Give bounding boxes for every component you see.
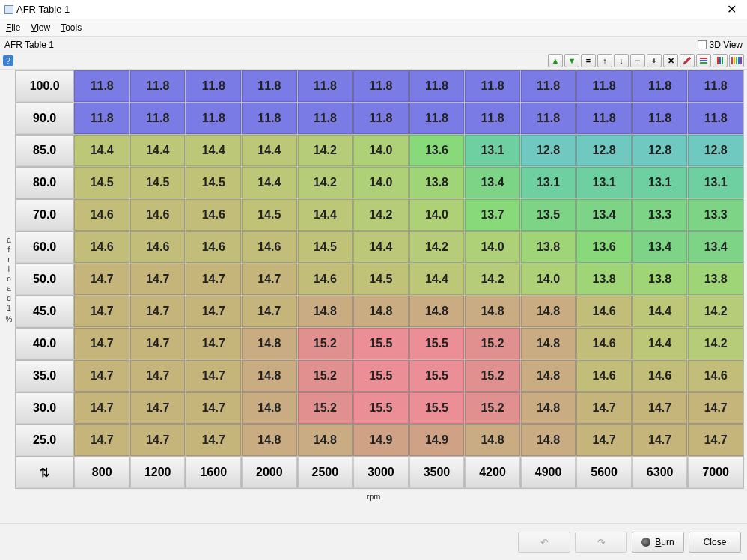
afr-cell[interactable]: 14.7	[688, 392, 743, 424]
afr-cell[interactable]: 14.8	[521, 328, 576, 359]
row-header[interactable]: 100.0	[16, 70, 74, 102]
afr-cell[interactable]: 14.5	[353, 264, 409, 295]
afr-cell[interactable]: 15.2	[465, 392, 520, 424]
afr-cell[interactable]: 14.7	[242, 264, 297, 295]
afr-cell[interactable]: 12.8	[688, 135, 743, 166]
afr-cell[interactable]: 13.4	[688, 231, 743, 263]
afr-cell[interactable]: 13.6	[409, 135, 465, 166]
col-header[interactable]: 5600	[576, 457, 632, 488]
arrow-down-button[interactable]: ↓	[614, 54, 629, 67]
afr-cell[interactable]: 14.7	[186, 392, 241, 424]
afr-cell[interactable]: 15.2	[298, 360, 353, 392]
afr-cell[interactable]: 13.1	[465, 135, 520, 166]
row-header[interactable]: 85.0	[16, 135, 74, 166]
afr-cell[interactable]: 14.2	[409, 231, 465, 263]
afr-cell[interactable]: 14.8	[298, 296, 353, 327]
afr-cell[interactable]: 14.4	[632, 296, 688, 327]
col-header[interactable]: 3500	[409, 457, 465, 488]
row-header[interactable]: 80.0	[16, 167, 74, 198]
afr-cell[interactable]: 14.6	[632, 360, 688, 392]
afr-cell[interactable]: 13.3	[688, 199, 743, 231]
colorbar-button[interactable]	[729, 54, 744, 67]
afr-cell[interactable]: 14.2	[353, 199, 409, 231]
afr-cell[interactable]: 13.8	[632, 264, 688, 295]
afr-cell[interactable]: 14.7	[186, 360, 241, 392]
afr-cell[interactable]: 11.8	[465, 103, 520, 134]
afr-cell[interactable]: 14.8	[409, 296, 465, 327]
afr-cell[interactable]: 14.8	[242, 424, 297, 456]
afr-cell[interactable]: 14.5	[74, 167, 129, 198]
afr-cell[interactable]: 15.2	[298, 328, 353, 359]
afr-cell[interactable]: 14.7	[130, 328, 186, 359]
afr-cell[interactable]: 13.8	[576, 264, 632, 295]
afr-cell[interactable]: 15.5	[353, 360, 409, 392]
afr-cell[interactable]: 13.4	[465, 167, 520, 198]
arrow-down-green-button[interactable]: ▼	[564, 54, 579, 67]
afr-cell[interactable]: 14.4	[74, 135, 129, 166]
afr-cell[interactable]: 14.2	[688, 296, 743, 327]
afr-cell[interactable]: 14.7	[242, 296, 297, 327]
afr-cell[interactable]: 13.1	[576, 167, 632, 198]
afr-cell[interactable]: 14.7	[130, 392, 186, 424]
afr-cell[interactable]: 14.5	[242, 199, 297, 231]
row-header[interactable]: 60.0	[16, 231, 74, 263]
afr-cell[interactable]: 14.8	[353, 296, 409, 327]
afr-cell[interactable]: 14.6	[576, 328, 632, 359]
afr-cell[interactable]: 13.6	[576, 231, 632, 263]
window-close-button[interactable]: ✕	[721, 2, 743, 16]
afr-cell[interactable]: 15.2	[465, 360, 520, 392]
afr-cell[interactable]: 11.8	[298, 103, 353, 134]
afr-cell[interactable]: 14.8	[465, 296, 520, 327]
afr-cell[interactable]: 14.5	[186, 167, 241, 198]
afr-cell[interactable]: 11.8	[576, 70, 632, 102]
afr-cell[interactable]: 11.8	[130, 103, 186, 134]
view-3d-toggle[interactable]: 3D View	[698, 40, 743, 50]
col-header[interactable]: 2500	[298, 457, 353, 488]
afr-cell[interactable]: 14.7	[74, 264, 129, 295]
afr-cell[interactable]: 15.5	[353, 392, 409, 424]
afr-cell[interactable]: 11.8	[186, 70, 241, 102]
afr-cell[interactable]: 11.8	[242, 70, 297, 102]
afr-cell[interactable]: 13.5	[521, 199, 576, 231]
row-header[interactable]: 40.0	[16, 328, 74, 359]
afr-cell[interactable]: 14.7	[130, 360, 186, 392]
row-header[interactable]: 25.0	[16, 424, 74, 456]
afr-cell[interactable]: 14.6	[688, 360, 743, 392]
afr-cell[interactable]: 14.7	[576, 424, 632, 456]
afr-cell[interactable]: 14.6	[298, 264, 353, 295]
afr-cell[interactable]: 14.2	[688, 328, 743, 359]
afr-cell[interactable]: 14.8	[298, 424, 353, 456]
afr-cell[interactable]: 15.2	[465, 328, 520, 359]
afr-cell[interactable]: 13.1	[521, 167, 576, 198]
afr-cell[interactable]: 14.8	[242, 392, 297, 424]
afr-cell[interactable]: 14.7	[130, 264, 186, 295]
afr-cell[interactable]: 14.4	[242, 167, 297, 198]
afr-cell[interactable]: 14.8	[521, 392, 576, 424]
col-header[interactable]: 800	[74, 457, 129, 488]
afr-cell[interactable]: 13.8	[409, 167, 465, 198]
afr-cell[interactable]: 14.7	[186, 328, 241, 359]
afr-cell[interactable]: 11.8	[688, 70, 743, 102]
afr-cell[interactable]: 14.7	[688, 424, 743, 456]
afr-cell[interactable]: 14.7	[186, 296, 241, 327]
afr-cell[interactable]: 14.7	[74, 392, 129, 424]
afr-cell[interactable]: 14.6	[576, 296, 632, 327]
afr-cell[interactable]: 14.8	[521, 296, 576, 327]
afr-cell[interactable]: 14.4	[298, 199, 353, 231]
row-header[interactable]: 45.0	[16, 296, 74, 327]
afr-cell[interactable]: 14.8	[521, 360, 576, 392]
afr-cell[interactable]: 11.8	[74, 103, 129, 134]
afr-cell[interactable]: 14.0	[521, 264, 576, 295]
afr-cell[interactable]: 13.3	[632, 199, 688, 231]
afr-cell[interactable]: 14.2	[298, 135, 353, 166]
col-header[interactable]: 3000	[353, 457, 409, 488]
col-header[interactable]: 4900	[521, 457, 576, 488]
afr-cell[interactable]: 14.5	[298, 231, 353, 263]
arrow-up-green-button[interactable]: ▲	[548, 54, 563, 67]
close-button[interactable]: Close	[689, 532, 741, 553]
afr-cell[interactable]: 11.8	[632, 70, 688, 102]
afr-cell[interactable]: 14.6	[74, 199, 129, 231]
afr-cell[interactable]: 14.2	[298, 167, 353, 198]
afr-cell[interactable]: 11.8	[298, 70, 353, 102]
afr-cell[interactable]: 14.9	[409, 424, 465, 456]
